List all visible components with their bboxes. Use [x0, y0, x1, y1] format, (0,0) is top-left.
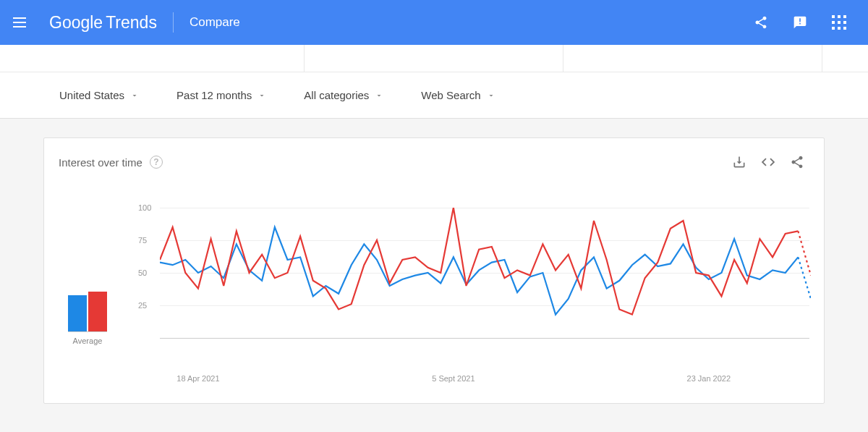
- y-tick-label: 75: [138, 236, 147, 245]
- line-chart: 25507510018 Apr 20215 Sept 202123 Jan 20…: [138, 208, 809, 367]
- category-filter[interactable]: All categories: [304, 89, 383, 101]
- menu-icon[interactable]: [13, 14, 30, 31]
- apps-icon[interactable]: [823, 7, 855, 38]
- x-tick-label: 23 Jan 2022: [687, 374, 731, 383]
- feedback-icon[interactable]: [784, 7, 816, 38]
- help-icon[interactable]: ?: [150, 156, 163, 169]
- range-filter[interactable]: Past 12 months: [176, 89, 266, 101]
- average-bars: [68, 260, 107, 332]
- y-tick-label: 25: [138, 301, 147, 310]
- filter-bar: United States Past 12 months All categor…: [0, 72, 868, 119]
- search-type-value: Web Search: [421, 89, 480, 101]
- region-value: United States: [59, 89, 124, 101]
- google-trends-logo[interactable]: Google Trends: [49, 13, 157, 33]
- compare-term-2[interactable]: [305, 45, 563, 72]
- search-type-filter[interactable]: Web Search: [421, 89, 495, 101]
- compare-terms-bar: [0, 45, 868, 72]
- x-tick-label: 5 Sept 2021: [432, 374, 475, 383]
- region-filter[interactable]: United States: [59, 89, 139, 101]
- range-value: Past 12 months: [176, 89, 252, 101]
- x-tick-label: 18 Apr 2021: [176, 374, 219, 383]
- y-tick-label: 50: [138, 268, 147, 277]
- card-title: Interest over time: [59, 156, 142, 169]
- app-header: Google Trends Compare: [0, 0, 868, 45]
- avg-bar-b: [88, 292, 107, 331]
- logo-sub: Trends: [106, 13, 157, 33]
- share-icon[interactable]: [745, 7, 777, 38]
- chevron-down-icon: [375, 91, 383, 100]
- interest-over-time-card: Interest over time ? Average 25507510018…: [43, 137, 825, 404]
- chart-area: Average 25507510018 Apr 20215 Sept 20212…: [44, 186, 824, 403]
- share-card-icon[interactable]: [785, 150, 809, 174]
- header-divider: [173, 12, 174, 33]
- average-label: Average: [73, 336, 103, 345]
- y-tick-label: 100: [138, 203, 151, 212]
- category-value: All categories: [304, 89, 369, 101]
- average-column: Average: [59, 260, 116, 367]
- embed-icon[interactable]: [756, 150, 780, 174]
- avg-bar-a: [68, 295, 87, 331]
- logo-main: Google: [49, 13, 103, 33]
- chevron-down-icon: [258, 91, 266, 100]
- chevron-down-icon: [487, 91, 495, 100]
- compare-term-3[interactable]: [563, 45, 822, 72]
- compare-term-1[interactable]: [46, 45, 305, 72]
- chevron-down-icon: [130, 91, 139, 100]
- card-header: Interest over time ?: [44, 138, 824, 186]
- download-icon[interactable]: [727, 150, 752, 174]
- compare-label[interactable]: Compare: [190, 15, 240, 30]
